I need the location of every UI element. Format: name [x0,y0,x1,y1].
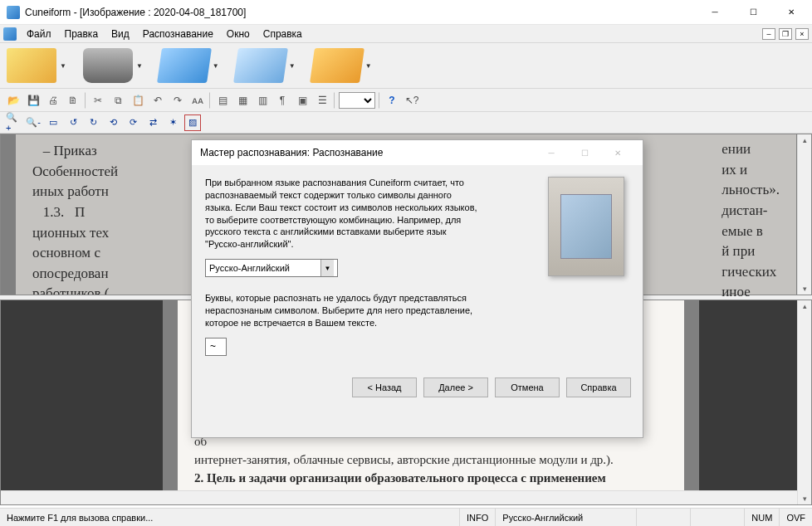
next-button[interactable]: Далее > [423,377,488,397]
menu-recognize[interactable]: Распознавание [136,27,220,41]
layout3-icon[interactable]: ▥ [254,92,271,109]
dialog-paragraph-2: Буквы, которые распознать не удалось буд… [205,292,479,329]
app-icon [7,6,20,19]
menu-help[interactable]: Справка [257,27,309,41]
chevron-down-icon[interactable]: ▼ [135,61,144,71]
files-icon [157,48,212,83]
region-icon[interactable]: ▨ [184,114,201,131]
undo-icon[interactable]: ↶ [149,92,166,109]
layout2-icon[interactable]: ▦ [234,92,251,109]
box-icon[interactable]: ▣ [294,92,311,109]
chevron-down-icon[interactable]: ▼ [58,61,68,71]
menu-file[interactable]: Файл [20,27,58,41]
zoom-select[interactable] [339,92,375,109]
fit-page-icon[interactable]: ▭ [45,114,61,131]
scan-button[interactable]: ▼ [83,48,144,83]
pilcrow-icon[interactable]: ¶ [274,92,291,109]
separator [209,92,211,109]
menu-bar: Файл Правка Вид Распознавание Окно Справ… [0,25,812,43]
layout1-icon[interactable]: ▤ [214,92,231,109]
rotate-right-icon[interactable]: ↻ [85,114,101,131]
title-bar: Cuneiform - [Изображение : 2020-04-08_18… [0,0,812,25]
menu-edit[interactable]: Правка [58,27,105,41]
open-icon[interactable]: 📂 [5,92,22,109]
recognition-wizard-dialog: Мастер распознавания: Распознавание ─ ☐ … [191,139,643,438]
right-margin [699,300,811,504]
dialog-minimize-button: ─ [535,141,568,164]
flip-icon[interactable]: ⟲ [105,114,121,131]
mdi-minimize-icon[interactable]: – [762,28,775,40]
recognize-button[interactable]: ▼ [236,48,297,83]
close-button[interactable]: ✕ [772,0,810,25]
glasses-icon [233,48,288,83]
dialog-close-button[interactable]: ✕ [601,141,634,164]
preview-icon[interactable]: 🗎 [65,92,81,109]
status-num: NUM [745,509,780,526]
dialog-title: Мастер распознавания: Распознавание [200,147,535,158]
status-info: INFO [460,509,496,526]
mdi-close-icon[interactable]: × [795,28,809,40]
horizontal-scrollbar[interactable] [1,490,797,504]
status-blank1 [637,509,691,526]
doc-icon [3,27,17,41]
zoom-toolbar: 🔍+ 🔍- ▭ ↺ ↻ ⟲ ⟳ ⇄ ✶ ▨ [0,112,812,134]
copy-icon[interactable]: ⧉ [110,92,126,109]
menu-window[interactable]: Окно [220,27,257,41]
paste-icon[interactable]: 📋 [130,92,146,109]
chevron-down-icon[interactable]: ▼ [364,61,374,71]
help-button[interactable]: Справка [566,377,631,397]
vertical-scrollbar[interactable] [797,134,811,295]
list-icon[interactable]: ☰ [314,92,330,109]
separator [334,92,335,109]
crop-icon[interactable]: ✶ [164,114,181,131]
language-value: Русско-Английский [209,263,290,273]
redo-icon[interactable]: ↷ [169,92,186,109]
left-margin [1,300,163,504]
mirror-icon[interactable]: ⟳ [125,114,141,131]
mdi-restore-icon[interactable]: ❐ [779,28,792,40]
dialog-maximize-button: ☐ [568,141,601,164]
back-button[interactable]: < Назад [352,377,417,397]
separator [379,92,380,109]
help-icon[interactable]: ? [384,92,400,109]
wizard-illustration [548,177,624,276]
print-icon[interactable]: 🖨 [45,92,61,109]
wand-icon [7,48,56,83]
status-blank2 [691,509,745,526]
scanner-icon [83,48,133,83]
status-bar: Нажмите F1 для вызова справки... INFO Ру… [0,508,812,526]
chevron-down-icon[interactable]: ▼ [287,61,297,71]
status-ovf: OVF [780,509,812,526]
cut-icon[interactable]: ✂ [90,92,106,109]
chevron-down-icon[interactable]: ▼ [320,260,334,276]
rotate-left-icon[interactable]: ↺ [65,114,81,131]
folder-icon [310,48,364,83]
language-select[interactable]: Русско-Английский ▼ [205,259,338,277]
save-results-button[interactable]: ▼ [312,48,374,83]
context-help-icon[interactable]: ↖? [404,92,420,109]
save-icon[interactable]: 💾 [25,92,42,109]
standard-toolbar: 📂 💾 🖨 🗎 ✂ ⧉ 📋 ↶ ↷ ᴀᴀ ▤ ▦ ▥ ¶ ▣ ☰ ? ↖? [0,89,812,112]
minimize-button[interactable]: ─ [696,0,734,25]
spell-icon[interactable]: ᴀᴀ [189,92,206,109]
status-hint: Нажмите F1 для вызова справки... [0,509,460,526]
wizard-button[interactable]: ▼ [7,48,68,83]
unknown-char-input[interactable]: ~ [205,338,227,356]
menu-view[interactable]: Вид [105,27,136,41]
dialog-titlebar[interactable]: Мастер распознавания: Распознавание ─ ☐ … [192,140,643,165]
vertical-scrollbar[interactable] [797,300,811,504]
main-toolbar: ▼ ▼ ▼ ▼ ▼ [0,43,812,89]
cancel-button[interactable]: Отмена [495,377,560,397]
deskew-icon[interactable]: ⇄ [144,114,161,131]
zoom-out-icon[interactable]: 🔍- [25,114,42,131]
chevron-down-icon[interactable]: ▼ [211,61,221,71]
status-language: Русско-Английский [496,509,637,526]
maximize-button[interactable]: ☐ [734,0,772,25]
window-title: Cuneiform - [Изображение : 2020-04-08_18… [25,7,696,18]
dialog-paragraph-1: При выбранном языке распознавания Cuneif… [205,177,479,251]
separator [85,92,86,109]
zoom-in-icon[interactable]: 🔍+ [5,114,22,131]
open-images-button[interactable]: ▼ [159,48,221,83]
